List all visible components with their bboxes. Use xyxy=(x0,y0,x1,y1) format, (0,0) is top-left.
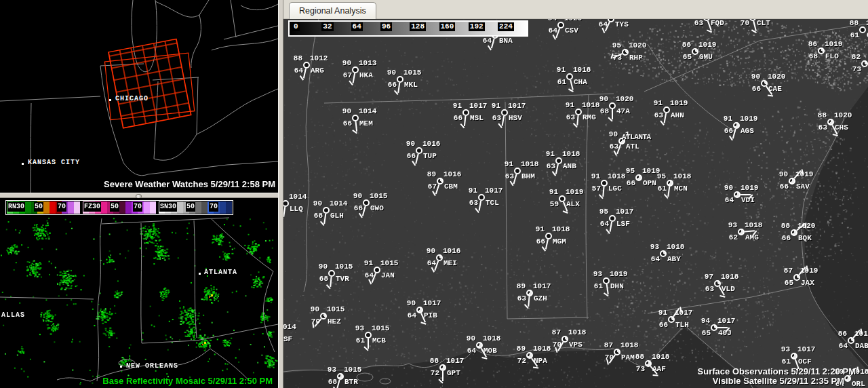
satellite-view[interactable]: 0326496128160192224 88101264ARG90101367H… xyxy=(283,19,868,388)
sky-cover-circle xyxy=(601,180,608,187)
sky-cover-circle xyxy=(501,109,508,116)
sky-cover-circle xyxy=(575,109,582,115)
regional-analysis-panel: Regional Analysis xyxy=(283,0,868,388)
weather-workstation: CHICAGOKANSAS CITY Severe Weather Watche… xyxy=(0,0,868,388)
wind-barb xyxy=(664,113,667,123)
legend-color-cell xyxy=(50,201,56,214)
legend-label: SN30 xyxy=(159,202,177,212)
colorbar-tick: 192 xyxy=(469,22,485,31)
sky-cover-circle xyxy=(609,102,616,109)
sky-cover-circle xyxy=(733,122,740,129)
wind-barb xyxy=(576,115,578,125)
radar-map xyxy=(0,198,278,388)
legend-color-cell xyxy=(220,201,226,214)
legend-label: FZ30 xyxy=(83,202,101,212)
legend-label: 70 xyxy=(209,202,218,212)
tab-bar: Regional Analysis xyxy=(283,0,868,19)
sky-cover-circle xyxy=(526,290,533,296)
colorbar-tick: 0 xyxy=(292,22,300,31)
sky-cover-circle xyxy=(566,73,573,80)
wind-barb xyxy=(717,327,728,328)
city-label: ATLANTA xyxy=(204,269,237,276)
sky-cover-circle xyxy=(738,229,745,235)
wind-barb xyxy=(753,21,757,31)
city-dot xyxy=(199,273,201,275)
horizontal-splitter[interactable] xyxy=(0,193,278,198)
severe-watches-panel[interactable]: CHICAGOKANSAS CITY Severe Weather Watche… xyxy=(0,0,278,193)
wind-barb xyxy=(602,187,604,197)
sky-cover-circle xyxy=(555,157,562,164)
legend-color-cell xyxy=(150,201,156,214)
sky-cover-circle xyxy=(352,66,359,73)
sky-cover-circle xyxy=(337,373,344,380)
wind-barb xyxy=(667,187,670,197)
sky-cover-circle xyxy=(416,307,423,313)
sky-cover-circle xyxy=(818,47,825,54)
colorbar-tick: 128 xyxy=(410,22,426,31)
radar-mosaic-panel[interactable]: RN305070FZ305070SN305070 ALLASATLANTANEW… xyxy=(0,198,278,388)
wind-barb xyxy=(479,201,482,211)
legend-color-cell xyxy=(177,201,183,214)
watch-caption: Severe Weather Watches 5/29/11 2:58 PM xyxy=(104,179,275,189)
sky-cover-circle xyxy=(323,207,330,214)
sky-cover-circle xyxy=(791,353,797,360)
legend-label: 50 xyxy=(110,202,119,212)
legend-color-cell xyxy=(101,201,107,214)
city-dot xyxy=(22,163,24,165)
reflectivity-legend: RN305070FZ305070SN305070 xyxy=(5,200,233,215)
sky-cover-circle xyxy=(514,168,521,174)
sky-cover-circle xyxy=(622,49,629,56)
wind-barb xyxy=(283,207,285,217)
wind-barb xyxy=(745,230,755,232)
city-dot xyxy=(109,99,111,101)
sky-cover-circle xyxy=(660,250,667,257)
wind-barb xyxy=(330,277,332,287)
sky-cover-circle xyxy=(283,200,289,207)
legend-color-cell xyxy=(68,201,74,214)
wind-barb xyxy=(502,116,505,126)
legend-color-cell xyxy=(226,201,232,214)
sky-cover-circle xyxy=(609,215,616,222)
wind-barb xyxy=(612,109,613,119)
legend-label: 70 xyxy=(133,202,142,212)
city-label: KANSAS CITY xyxy=(28,159,80,166)
legend-color-cell xyxy=(119,201,125,214)
satellite-city-label: ATLANTA xyxy=(622,133,651,141)
vertical-splitter[interactable] xyxy=(278,0,283,388)
wind-barb xyxy=(355,121,358,132)
watch-county-boxes xyxy=(98,37,200,130)
satellite-brightness-colorbar: 0326496128160192224 xyxy=(288,20,528,37)
wind-barb xyxy=(528,296,530,307)
wind-barb xyxy=(606,284,609,294)
legend-color-cell xyxy=(125,201,132,214)
sky-cover-circle xyxy=(663,106,670,113)
legend-color-cell xyxy=(195,201,201,214)
tab-regional-analysis[interactable]: Regional Analysis xyxy=(289,2,376,20)
legend-color-cell xyxy=(25,201,31,214)
colorbar-tick: 64 xyxy=(351,22,363,31)
colorbar-tick: 32 xyxy=(321,22,333,31)
legend-label: 50 xyxy=(34,202,43,212)
radar-caption: Base Reflectivity Mosaic 5/29/11 2:50 PM xyxy=(102,376,273,386)
sky-cover-circle xyxy=(734,191,741,198)
sky-cover-circle xyxy=(439,364,446,371)
sky-cover-circle xyxy=(559,195,566,202)
legend-label: 70 xyxy=(57,202,66,212)
city-dot xyxy=(120,366,122,368)
wind-barb xyxy=(353,73,356,83)
colorbar-tick: 224 xyxy=(498,22,514,31)
sky-cover-circle xyxy=(635,174,642,181)
sky-cover-circle xyxy=(711,324,717,331)
sky-cover-circle xyxy=(859,26,866,33)
city-label: NEW ORLEANS xyxy=(126,362,178,370)
wind-barb xyxy=(323,214,326,224)
legend-group-RN30: RN305070 xyxy=(7,201,80,214)
sky-cover-circle xyxy=(328,270,335,277)
legend-label: 50 xyxy=(186,202,195,212)
city-label: CHICAGO xyxy=(115,95,149,102)
wind-barb xyxy=(570,80,574,90)
sky-cover-circle xyxy=(861,60,868,67)
wind-barb xyxy=(610,222,613,232)
legend-label: RN30 xyxy=(7,202,25,212)
city-label: ALLAS xyxy=(1,311,25,319)
